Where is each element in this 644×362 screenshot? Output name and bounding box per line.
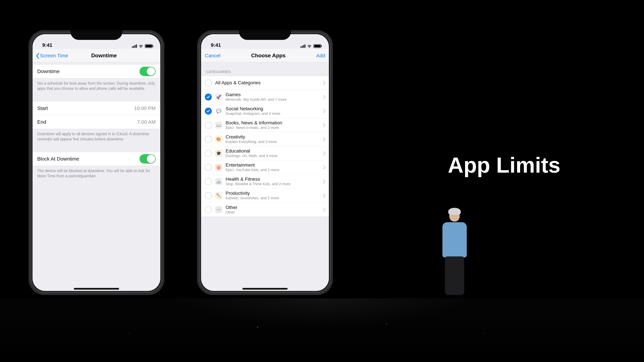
section-block: Block At Downtime bbox=[32, 152, 160, 166]
category-subtitle: Epic!, YouTube Kids, and 2 more bbox=[226, 168, 323, 172]
category-row[interactable]: 💬 Social Networking Snapchat, Instagram,… bbox=[201, 104, 329, 118]
category-row[interactable]: 📖 Books, News & Information Epic!, News-… bbox=[201, 118, 329, 132]
category-label: Productivity bbox=[226, 191, 323, 196]
start-label: Start bbox=[37, 105, 134, 111]
category-row[interactable]: 🎨 Creativity Explain Everything, and 3 m… bbox=[201, 132, 329, 146]
category-label: Creativity bbox=[226, 134, 323, 140]
battery-icon bbox=[314, 44, 321, 48]
category-icon: ✏️ bbox=[215, 192, 222, 199]
slide-title: App Limits bbox=[448, 152, 616, 178]
check-circle-unchecked-icon[interactable] bbox=[205, 150, 212, 157]
wifi-icon bbox=[307, 44, 312, 48]
category-label: All Apps & Categories bbox=[215, 80, 323, 85]
category-subtitle: Stop, Breathe & Think Kids, and 2 more bbox=[226, 182, 323, 186]
chevron-right-icon bbox=[323, 95, 326, 99]
check-circle-unchecked-icon[interactable] bbox=[205, 178, 212, 185]
add-button[interactable]: Add bbox=[316, 53, 325, 58]
category-label: Health & Fitness bbox=[226, 177, 323, 182]
home-indicator[interactable] bbox=[74, 288, 119, 290]
schedule-footer: Downtime will apply to all devices signe… bbox=[32, 129, 160, 142]
category-row[interactable]: 🍿 Entertainment Epic!, YouTube Kids, and… bbox=[201, 160, 329, 174]
category-icon: 🚀 bbox=[215, 93, 222, 100]
start-time-row[interactable]: Start 10:00 PM bbox=[32, 101, 160, 115]
status-icons bbox=[98, 44, 154, 48]
section-schedule: Start 10:00 PM End 7:00 AM bbox=[32, 101, 160, 129]
phone-screen: 9:41 Cancel Choose Apps Add CATEGORIES bbox=[201, 34, 329, 291]
categories-header: CATEGORIES bbox=[201, 62, 329, 76]
check-circle-unchecked-icon[interactable] bbox=[205, 79, 212, 86]
chevron-right-icon bbox=[323, 208, 326, 212]
category-row[interactable]: ⋯ Other Other bbox=[201, 203, 329, 217]
category-icon: 🎓 bbox=[215, 150, 222, 157]
check-circle-checked-icon[interactable] bbox=[205, 108, 212, 115]
device-notch bbox=[239, 30, 291, 40]
downtime-switch-label: Downtime bbox=[37, 68, 140, 74]
home-indicator[interactable] bbox=[242, 288, 288, 290]
end-value: 7:00 AM bbox=[137, 119, 156, 125]
check-circle-unchecked-icon[interactable] bbox=[205, 192, 212, 199]
category-label: Educational bbox=[226, 148, 323, 154]
category-all-row[interactable]: All Apps & Categories bbox=[201, 76, 329, 90]
category-icon: 🚲 bbox=[215, 178, 222, 185]
downtime-footer: Set a schedule for time away from the sc… bbox=[32, 78, 160, 91]
category-row[interactable]: 🚲 Health & Fitness Stop, Breathe & Think… bbox=[201, 174, 329, 189]
category-subtitle: Kahoot!, Goodnotes, and 2 more bbox=[226, 196, 323, 200]
category-label: Social Networking bbox=[226, 106, 323, 111]
category-label: Other bbox=[226, 205, 323, 210]
cellular-signal-icon bbox=[132, 44, 137, 48]
status-time: 9:41 bbox=[207, 42, 266, 48]
end-time-row[interactable]: End 7:00 AM bbox=[32, 115, 160, 129]
downtime-switch-on[interactable] bbox=[140, 67, 156, 76]
navigation-bar: Cancel Choose Apps Add bbox=[201, 49, 329, 62]
category-icon: ⋯ bbox=[215, 206, 222, 213]
category-icon: 💬 bbox=[215, 108, 222, 115]
status-time: 9:41 bbox=[38, 42, 98, 48]
chevron-right-icon bbox=[323, 151, 326, 155]
downtime-switch-row[interactable]: Downtime bbox=[32, 64, 160, 78]
check-circle-unchecked-icon[interactable] bbox=[205, 136, 212, 143]
category-subtitle: Minecraft, Sky Guide AR, and 7 more bbox=[226, 97, 323, 102]
check-circle-unchecked-icon[interactable] bbox=[205, 122, 212, 129]
block-switch-on[interactable] bbox=[140, 154, 156, 164]
start-value: 10:00 PM bbox=[134, 105, 156, 111]
chevron-right-icon bbox=[323, 123, 326, 127]
block-footer: The device will be blocked at downtime. … bbox=[32, 166, 160, 179]
category-icon: 🍿 bbox=[215, 164, 222, 171]
presentation-stage: App Limits 9:41 Screen Time bbox=[0, 0, 644, 362]
categories-list: All Apps & Categories 🚀 Games Minecra bbox=[201, 76, 329, 217]
category-subtitle: Snapchat, Instagram, and 4 more bbox=[226, 111, 323, 116]
category-row[interactable]: ✏️ Productivity Kahoot!, Goodnotes, and … bbox=[201, 189, 329, 203]
nav-title: Downtime bbox=[51, 52, 157, 59]
category-icon: 📖 bbox=[215, 122, 222, 129]
chevron-right-icon bbox=[323, 194, 326, 198]
category-label: Entertainment bbox=[226, 163, 323, 168]
phone-screen: 9:41 Screen Time Downtime bbox=[32, 34, 160, 291]
chevron-right-icon bbox=[323, 81, 326, 85]
category-subtitle: Epic!, News-o-matic, and 2 more bbox=[226, 125, 323, 130]
letterbox bbox=[0, 350, 644, 362]
category-subtitle: Duolingo, IXL Math, and 4 more bbox=[226, 154, 323, 158]
category-subtitle: Other bbox=[226, 210, 323, 214]
category-label: Games bbox=[226, 92, 323, 97]
chevron-right-icon bbox=[323, 137, 326, 141]
chevron-right-icon bbox=[323, 109, 326, 113]
block-switch-row[interactable]: Block At Downtime bbox=[32, 152, 160, 166]
category-label: Books, News & Information bbox=[226, 120, 323, 125]
check-circle-unchecked-icon[interactable] bbox=[205, 206, 212, 213]
status-icons bbox=[266, 44, 323, 48]
device-notch bbox=[70, 30, 122, 40]
check-circle-checked-icon[interactable] bbox=[205, 93, 212, 100]
category-subtitle: Explain Everything, and 3 more bbox=[226, 140, 323, 144]
letterbox bbox=[0, 0, 644, 12]
wifi-icon bbox=[138, 44, 143, 48]
cancel-button[interactable]: Cancel bbox=[205, 53, 220, 58]
category-row[interactable]: 🚀 Games Minecraft, Sky Guide AR, and 7 m… bbox=[201, 90, 329, 104]
phone-mockup-choose-apps: 9:41 Cancel Choose Apps Add CATEGORIES bbox=[197, 30, 333, 295]
end-label: End bbox=[37, 119, 137, 125]
check-circle-unchecked-icon[interactable] bbox=[205, 164, 212, 171]
battery-icon bbox=[145, 44, 152, 48]
presenter-figure bbox=[438, 210, 471, 290]
category-row[interactable]: 🎓 Educational Duolingo, IXL Math, and 4 … bbox=[201, 146, 329, 160]
block-label: Block At Downtime bbox=[37, 156, 140, 162]
nav-title: Choose Apps bbox=[220, 52, 316, 59]
